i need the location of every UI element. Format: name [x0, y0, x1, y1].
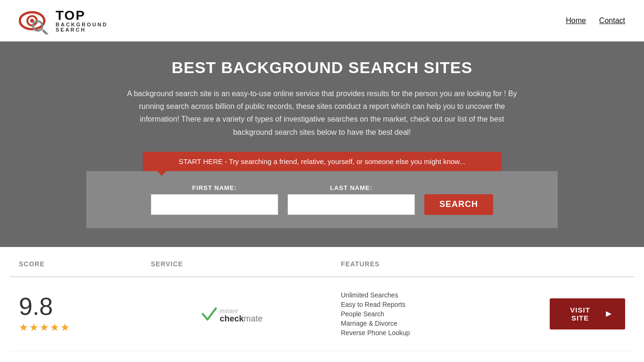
logo-top-text: TOP [56, 9, 108, 22]
stars-1: ★ ★ ★ ★ ★ [19, 321, 70, 334]
svg-line-3 [43, 31, 47, 34]
col-service: SERVICE [151, 260, 341, 268]
table-header: SCORE SERVICE FEATURES [9, 252, 635, 277]
score-number-1: 9.8 [19, 294, 53, 319]
hero-title: BEST BACKGROUND SEARCH SITES [9, 58, 635, 77]
last-name-label: LAST NAME: [288, 184, 415, 191]
service-cell-1: instant checkmate [151, 300, 341, 328]
results-table-section: SCORE SERVICE FEATURES 9.8 ★ ★ ★ ★ ★ [0, 252, 644, 362]
col-score: SCORE [19, 260, 151, 268]
hero-description: A background search site is an easy-to-u… [119, 87, 525, 139]
first-name-group: FIRST NAME: [151, 184, 278, 215]
feature-item: Unlimited Searches [341, 291, 531, 299]
col-action [531, 260, 625, 268]
feature-item: Easy to Read Reports [341, 301, 531, 308]
arrow-icon-1: ► [604, 308, 614, 319]
feature-item: People Search [341, 310, 531, 318]
score-cell-1: 9.8 ★ ★ ★ ★ ★ [19, 294, 151, 334]
logo-bottom-text: BACKGROUNDSEARCH [56, 22, 108, 33]
checkmate-logo: instant checkmate [199, 300, 293, 328]
col-features: FEATURES [341, 260, 531, 268]
first-name-label: FIRST NAME: [151, 184, 278, 191]
svg-text:instant: instant [220, 307, 239, 314]
logo-icon [19, 7, 52, 34]
feature-item: Reverse Phone Lookup [341, 329, 531, 337]
checkmate-logo-svg: instant checkmate [199, 300, 293, 328]
last-name-group: LAST NAME: [288, 184, 415, 215]
search-form: FIRST NAME: LAST NAME: SEARCH [86, 171, 558, 228]
hero-section: BEST BACKGROUND SEARCH SITES A backgroun… [0, 41, 644, 247]
search-banner-text: START HERE - Try searching a friend, rel… [179, 157, 465, 165]
first-name-input[interactable] [151, 194, 278, 215]
features-cell-1: Unlimited Searches Easy to Read Reports … [341, 291, 531, 337]
visit-site-button-1[interactable]: VISIT SITE ► [550, 298, 625, 329]
star-4: ★ [50, 321, 59, 334]
visit-cell-1: VISIT SITE ► [531, 298, 625, 329]
main-nav: Home Contact [566, 16, 625, 25]
star-5-half: ★ [60, 321, 70, 334]
star-2: ★ [29, 321, 39, 334]
last-name-input[interactable] [288, 194, 415, 215]
svg-text:checkmate: checkmate [220, 314, 263, 323]
star-3: ★ [40, 321, 49, 334]
star-1: ★ [19, 321, 28, 334]
visit-label-1: VISIT SITE [561, 306, 599, 322]
nav-home[interactable]: Home [566, 16, 586, 25]
search-button[interactable]: SEARCH [424, 194, 493, 215]
nav-contact[interactable]: Contact [599, 16, 625, 25]
feature-item: Marriage & Divorce [341, 320, 531, 327]
site-header: TOP BACKGROUNDSEARCH Home Contact [0, 0, 644, 41]
search-banner: START HERE - Try searching a friend, rel… [143, 152, 501, 171]
table-row: 9.4 ★ ★ ★ ★ ★ People Looker Accurate and… [9, 351, 635, 362]
logo-text: TOP BACKGROUNDSEARCH [56, 9, 108, 33]
logo: TOP BACKGROUNDSEARCH [19, 7, 108, 34]
table-row: 9.8 ★ ★ ★ ★ ★ instant checkmate [9, 277, 635, 351]
svg-point-2 [30, 19, 34, 23]
